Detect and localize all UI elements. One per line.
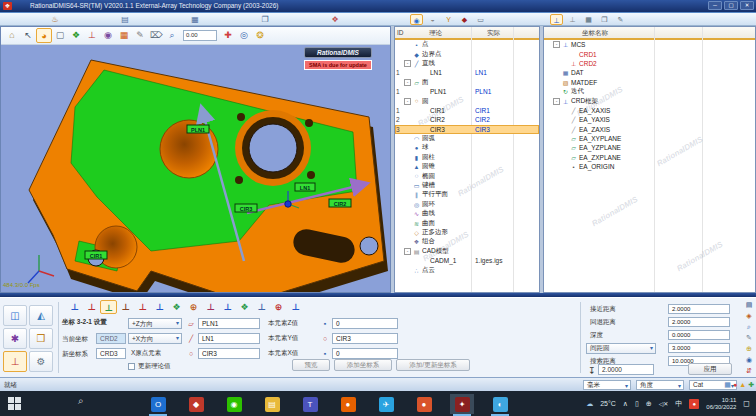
coordinate-tree-row[interactable]: - ⊥ MCS xyxy=(544,40,755,49)
taskbar-app[interactable]: ◆ xyxy=(184,394,208,414)
coordinate-tree-row[interactable]: CRD1 xyxy=(544,49,755,58)
feature-tree-row[interactable]: 1 LN1 LN1 xyxy=(395,68,539,77)
expand-toggle[interactable] xyxy=(561,154,568,161)
ribbon-tab-icon[interactable]: ❐ xyxy=(254,15,276,24)
expand-toggle[interactable] xyxy=(561,60,568,67)
status-icon[interactable]: ✚ xyxy=(748,380,754,390)
feature-tree-row[interactable]: - ▱ 面 xyxy=(395,78,539,87)
panel-side-icon[interactable]: ⌕ xyxy=(743,322,755,332)
coordinate-method-icon[interactable]: ❖ xyxy=(236,300,253,314)
coordinate-tree-row[interactable]: ╱ EA_ZAXIS xyxy=(544,125,755,134)
window-control-button[interactable]: ✕ xyxy=(740,1,754,10)
expand-toggle[interactable] xyxy=(412,88,419,95)
zoom-value-input[interactable]: 0.00 xyxy=(183,30,217,41)
taskbar-app[interactable]: ● xyxy=(336,394,360,414)
feature-tree-row[interactable]: CADM_1 1.iges.igs xyxy=(395,256,539,265)
hidden-icons-chevron[interactable]: ∧ xyxy=(623,400,628,408)
add-coordinate-button[interactable]: 添加坐标系 xyxy=(334,359,392,371)
feature-tree-row[interactable]: ≋ 曲面 xyxy=(395,218,539,227)
status-icon[interactable]: ● xyxy=(733,380,737,390)
feature-tree-row[interactable]: ◇ 正多边形 xyxy=(395,228,539,237)
expand-toggle[interactable] xyxy=(404,238,411,245)
add-update-coordinate-button[interactable]: 添加/更新坐标系 xyxy=(396,359,470,371)
coordinate-method-icon[interactable]: ⊥ xyxy=(151,300,168,314)
coordinate-tree-row[interactable]: ⊥ CRD2 xyxy=(544,59,755,68)
element-value-input[interactable]: 0 xyxy=(332,318,398,329)
expand-toggle[interactable] xyxy=(404,220,411,227)
coordinate-method-icon[interactable]: ❖ xyxy=(168,300,185,314)
viewport-canvas[interactable]: PLN1 CIR3 LN1 CIR2 CIR1 484.3/0.0 Fps Ra… xyxy=(1,45,390,292)
feature-tree-row[interactable]: ∥ 平行平面 xyxy=(395,190,539,199)
start-button[interactable] xyxy=(8,397,21,410)
preview-button[interactable]: 预览 xyxy=(292,359,330,371)
expand-toggle[interactable] xyxy=(412,257,419,264)
distance-input[interactable]: 2.0000 xyxy=(668,304,730,314)
feature-tree-row[interactable]: ● 球 xyxy=(395,143,539,152)
battery-icon[interactable]: ▯ xyxy=(635,400,639,408)
taskbar-app[interactable]: ✦ xyxy=(450,394,474,414)
side-mode-icon[interactable]: ✱ xyxy=(3,328,27,349)
feature-tree-row[interactable]: ◠ 圆弧 xyxy=(395,134,539,143)
taskbar-app[interactable]: ◉ xyxy=(222,394,246,414)
distance-input[interactable]: 2.0000 xyxy=(668,317,730,327)
element-input[interactable]: LN1 xyxy=(198,333,260,344)
side-mode-icon[interactable]: ⚙ xyxy=(29,351,53,372)
new-coord-field[interactable]: CRD3 xyxy=(96,348,126,359)
element-input[interactable]: PLN1 xyxy=(198,318,260,329)
expand-toggle[interactable] xyxy=(404,201,411,208)
update-banner[interactable]: SMA is due for update xyxy=(304,60,372,70)
window-control-button[interactable]: ─ xyxy=(708,1,722,10)
viewport-tool-icon[interactable]: ⌕ xyxy=(164,28,180,43)
coordinate-method-icon[interactable]: ⊥ xyxy=(100,300,117,314)
expand-toggle[interactable] xyxy=(412,126,419,133)
network-icon[interactable]: ⊕ xyxy=(646,400,652,408)
panel-side-icon[interactable]: ▤ xyxy=(743,300,755,310)
panel-side-icon[interactable]: ⇵ xyxy=(743,366,755,376)
feature-tree-row[interactable]: ❖ 组合 xyxy=(395,237,539,246)
feature-tree-row[interactable]: - ▤ CAD模型 xyxy=(395,247,539,256)
viewport-tool-icon[interactable]: ❂ xyxy=(252,28,268,43)
expand-toggle[interactable] xyxy=(561,126,568,133)
expand-toggle[interactable] xyxy=(404,191,411,198)
viewport-tool-icon[interactable]: ↖ xyxy=(20,28,36,43)
expand-toggle[interactable]: - xyxy=(553,98,560,105)
taskbar-app[interactable]: ▤ xyxy=(260,394,284,414)
ribbon-tab-icon[interactable]: ❖ xyxy=(324,15,346,24)
feature-tree-row[interactable]: - ○ 圆 xyxy=(395,96,539,105)
expand-toggle[interactable] xyxy=(412,69,419,76)
coordinate-tree-row[interactable]: • EA_ORIGIN xyxy=(544,162,755,171)
coord-panel-tab-icon[interactable]: ▦ xyxy=(582,14,595,25)
coord-panel-tab-icon[interactable]: ⊥ xyxy=(566,14,579,25)
feature-panel-tab-icon[interactable]: ◒ xyxy=(426,14,439,25)
side-mode-icon[interactable]: ◫ xyxy=(3,305,27,326)
ribbon-tab-icon[interactable]: ▦ xyxy=(184,15,206,24)
coordinate-method-icon[interactable]: ⊥ xyxy=(66,300,83,314)
taskbar-app[interactable]: ● xyxy=(412,394,436,414)
feature-tree-row[interactable]: 1 PLN1 PLN1 xyxy=(395,87,539,96)
feature-tree-row[interactable]: • 点 xyxy=(395,40,539,49)
expand-toggle[interactable] xyxy=(412,116,419,123)
expand-toggle[interactable] xyxy=(404,210,411,217)
expand-toggle[interactable] xyxy=(412,107,419,114)
apply-button[interactable]: 应用 xyxy=(688,363,732,375)
element-value-input[interactable]: 0 xyxy=(332,348,398,359)
feature-tree-row[interactable]: ▭ 键槽 xyxy=(395,181,539,190)
taskbar-app[interactable]: T xyxy=(298,394,322,414)
viewport-tool-icon[interactable]: ◉ xyxy=(100,28,116,43)
probe-distance-input[interactable]: 2.0000 xyxy=(598,364,654,375)
panel-side-icon[interactable]: ⊕ xyxy=(743,344,755,354)
viewport-tool-icon[interactable]: ▢ xyxy=(52,28,68,43)
panel-side-icon[interactable]: ◈ xyxy=(743,311,755,321)
feature-panel-tab-icon[interactable]: ◆ xyxy=(458,14,471,25)
expand-toggle[interactable] xyxy=(404,173,411,180)
coordinate-tree-row[interactable]: ▱ EA_ZXPLANE xyxy=(544,153,755,162)
feature-tree-row[interactable]: ◆ 边界点 xyxy=(395,49,539,58)
distance-input[interactable]: 3.0000 xyxy=(668,343,730,353)
coord-panel-tab-icon[interactable]: ❐ xyxy=(598,14,611,25)
window-control-button[interactable]: ▢ xyxy=(724,1,738,10)
viewport-tool-icon[interactable]: ◎ xyxy=(236,28,252,43)
coordinate-tree-row[interactable]: ▨ MATDEF xyxy=(544,78,755,87)
expand-toggle[interactable] xyxy=(561,116,568,123)
feature-tree-row[interactable]: ◎ 圆环 xyxy=(395,200,539,209)
expand-toggle[interactable] xyxy=(404,163,411,170)
